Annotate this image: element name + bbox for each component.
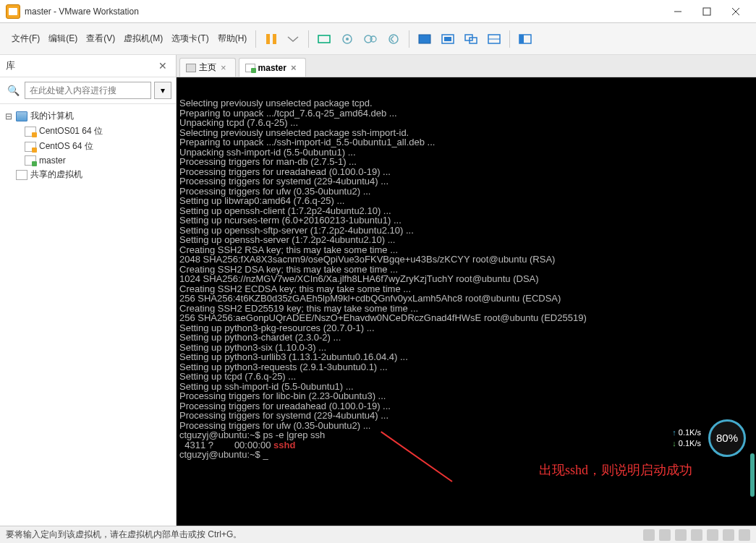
svg-rect-20 [519,35,524,43]
menu-vm[interactable]: 虚拟机(M) [119,30,167,48]
svg-point-10 [370,36,376,42]
tab-label: master [258,63,286,73]
close-button[interactable] [721,3,750,20]
tab-bar: 主页 × master × [177,55,756,77]
terminal-line: Selecting previously unselected package … [179,98,753,108]
revert-snapshot-icon[interactable] [383,28,404,50]
terminal-line: Processing triggers for ufw (0.35-0ubunt… [179,421,753,431]
sshd-process: sshd [273,440,295,450]
search-input[interactable] [25,82,151,99]
annotation-text: 出现sshd，则说明启动成功 [539,466,692,476]
svg-rect-6 [318,35,330,43]
terminal-line: Processing triggers for ureadahead (0.10… [179,401,753,411]
tree-item-vm[interactable]: CentOS01 64 位 [25,124,171,139]
tray-icon[interactable] [723,529,734,541]
terminal-line: Processing triggers for systemd (229-4ub… [179,411,753,421]
terminal-line: Creating SSH2 ED25519 key; this may take… [179,304,753,314]
terminal-result-line: 4311 ? 00:00:00 sshd [179,440,753,450]
scrollbar[interactable] [750,95,756,526]
tab-label: 主页 [199,61,216,74]
tray-icon[interactable] [643,529,655,541]
tree-item-vm[interactable]: master [25,154,171,167]
separator [255,30,256,48]
close-sidebar-button[interactable]: ✕ [156,60,170,72]
vm-console[interactable]: Selecting previously unselected package … [177,77,756,526]
vm-icon [25,155,36,166]
terminal-line: Unpacking tcpd (7.6.q-25) ... [179,118,753,128]
expander-icon[interactable]: ⊟ [4,111,13,121]
library-title: 库 [6,59,156,72]
terminal-line: Unpacking ssh-import-id (5.5-0ubuntu1) .… [179,147,753,158]
tray-icon[interactable] [659,529,671,541]
terminal-line: Processing triggers for systemd (229-4ub… [179,176,753,187]
tree-item-label: CentOS01 64 位 [39,125,103,137]
shared-icon [16,170,27,180]
send-ctrlaltdel-icon[interactable] [313,28,335,50]
terminal-line: Processing triggers for libc-bin (2.23-0… [179,391,753,401]
stretch-icon[interactable] [483,28,505,50]
svg-point-11 [389,35,398,43]
menu-help[interactable]: 帮助(H) [213,30,252,48]
window-title: master - VMware Workstation [25,7,663,17]
library-sidebar: 库 ✕ 🔍 ▾ ⊟ 我的计算机 CentOS01 64 位 CentOS 64 [0,55,177,526]
tree-shared-vms[interactable]: 共享的虚拟机 [4,167,171,182]
toolbar-dropdown[interactable] [282,28,304,50]
tree-item-label: CentOS 64 位 [39,140,93,153]
terminal-prompt-line: ctguzyj@ubuntu:~$ _ [179,450,753,460]
separator [409,30,409,48]
vm-icon [25,142,36,152]
tray-icon[interactable] [675,529,687,541]
app-icon [6,4,20,19]
vm-icon [245,64,255,72]
search-dropdown-button[interactable]: ▾ [154,82,171,99]
svg-rect-14 [444,37,451,41]
tray-icon[interactable] [739,529,750,541]
maximize-button[interactable] [692,3,721,20]
tree-item-label: master [39,155,66,166]
terminal-prompt-line: ctguzyj@ubuntu:~$ ps -e |grep ssh [179,430,753,440]
tab-home[interactable]: 主页 × [179,58,236,77]
svg-rect-12 [419,35,430,43]
pause-button[interactable] [260,28,282,50]
minimize-button[interactable] [663,3,692,20]
terminal-line: Processing triggers for ureadahead (0.10… [179,167,753,177]
menu-edit[interactable]: 编辑(E) [44,30,82,48]
fullscreen-icon[interactable] [437,28,459,50]
svg-rect-4 [266,34,270,44]
terminal-line: Setting up python3-pkg-resources (20.7.0… [179,323,753,333]
tree-item-vm[interactable]: CentOS 64 位 [25,139,171,154]
menu-view[interactable]: 查看(V) [82,30,119,48]
tree-shared-label: 共享的虚拟机 [30,168,82,181]
scroll-thumb[interactable] [750,453,755,497]
tray-icon[interactable] [707,529,718,541]
separator [308,30,309,48]
terminal-line: Processing triggers for man-db (2.7.5-1)… [179,157,753,167]
titlebar: master - VMware Workstation [0,0,756,23]
terminal-line: Setting up ncurses-term (6.0+20160213-1u… [179,215,753,226]
snapshot-icon[interactable] [336,28,358,50]
terminal-line: Preparing to unpack .../tcpd_7.6.q-25_am… [179,108,753,119]
tray-icon[interactable] [691,529,702,541]
terminal-line: 256 SHA256:4t6KZB0d35zGAEh5lpM9kl+cdbQGn… [179,294,753,304]
library-toggle-icon[interactable] [514,28,536,50]
terminal-line: 256 SHA256:aeGonpUQrADEE/NszO+Ehavdw0NCe… [179,313,753,323]
unity-icon[interactable] [460,28,482,50]
separator [509,30,510,48]
svg-rect-5 [273,34,276,44]
tab-close-button[interactable]: × [219,62,228,73]
tree-root-label: 我的计算机 [30,110,74,122]
snapshot-manager-icon[interactable] [360,28,381,50]
menu-tabs[interactable]: 选项卡(T) [167,30,213,48]
tab-close-button[interactable]: × [289,62,298,73]
tab-master[interactable]: master × [239,58,306,77]
terminal-line: Selecting previously unselected package … [179,128,753,138]
fit-guest-icon[interactable] [414,28,436,50]
tree-root-my-computer[interactable]: ⊟ 我的计算机 [4,108,171,124]
library-tree: ⊟ 我的计算机 CentOS01 64 位 CentOS 64 位 master [0,104,176,526]
terminal-line: Setting up tcpd (7.6.q-25) ... [179,372,753,382]
menu-file[interactable]: 文件(F) [7,30,44,48]
terminal-line: Preparing to unpack .../ssh-import-id_5.… [179,137,753,147]
computer-icon [16,111,27,121]
terminal-line: Processing triggers for ufw (0.35-0ubunt… [179,187,753,197]
svg-point-8 [346,38,349,40]
